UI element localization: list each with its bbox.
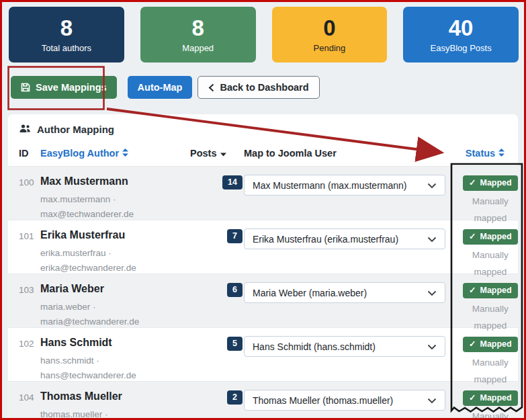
selected-user: Hans Schmidt (hans.schmidt) [253,341,376,352]
map-cell: Maria Weber (maria.weber) [244,283,453,303]
author-name: Max Mustermann [40,175,190,187]
selected-user: Maria Weber (maria.weber) [253,288,367,298]
joomla-user-select[interactable]: Maria Weber (maria.weber) [244,282,445,303]
selected-user: Thomas Mueller (thomas.mueller) [253,395,393,406]
column-header-posts[interactable]: Posts [190,148,244,159]
stat-card-easyblog-posts: 40 EasyBlog Posts [403,7,519,62]
posts-cell: 5 [190,337,244,351]
status-badge: ✓ Mapped [463,229,518,245]
back-to-dashboard-button[interactable]: Back to Dashboard [198,76,319,99]
posts-count-badge: 2 [227,390,243,405]
author-id: 102 [19,337,40,349]
posts-cell: 6 [190,283,244,297]
stat-card-pending: 0 Pending [272,7,388,62]
posts-count-badge: 5 [227,337,243,351]
author-id: 100 [19,175,40,187]
author-username-email: maria.weber · maria@techwanderer.de [40,300,190,329]
joomla-user-select[interactable]: Thomas Mueller (thomas.mueller) [244,390,445,411]
card-title: Author Mapping [8,114,518,141]
check-icon: ✓ [469,393,476,403]
table-row: 104 Thomas Mueller thomas.mueller · thom… [8,381,518,420]
stat-value: 0 [323,16,335,40]
chevron-left-icon [208,83,214,92]
status-note: Manually mapped [466,409,515,420]
author-name: Hans Schmidt [40,337,190,349]
auto-map-button[interactable]: Auto-Map [128,76,193,99]
author-cell: Max Mustermann max.mustermann · max@tech… [40,175,190,222]
map-cell: Thomas Mueller (thomas.mueller) [244,390,453,411]
stat-card-total-authors: 8 Total authors [9,7,124,62]
table-row: 102 Hans Schmidt hans.schmidt · hans@tec… [8,327,518,381]
stat-label: Total authors [42,43,91,53]
author-id: 101 [19,229,40,241]
stat-label: EasyBlog Posts [431,43,492,53]
joomla-user-select[interactable]: Max Mustermann (max.mustermann) [244,175,445,196]
save-mappings-label: Save Mappings [36,82,107,93]
author-id: 104 [19,390,40,403]
author-mapping-card: Author Mapping ID EasyBlog Author Posts … [8,114,518,420]
posts-count-badge: 7 [227,229,243,243]
stats-row: 8 Total authors 8 Mapped 0 Pending 40 Ea… [9,7,519,62]
status-cell: ✓ Mapped Manually mapped [453,229,518,281]
status-cell: ✓ Mapped Manually mapped [453,283,518,335]
status-badge: ✓ Mapped [463,337,518,352]
sort-icon [122,148,128,159]
author-name: Maria Weber [40,283,190,295]
chevron-down-icon [427,341,437,352]
status-note: Manually mapped [466,247,515,281]
map-cell: Erika Musterfrau (erika.musterfrau) [244,229,453,249]
selected-user: Max Mustermann (max.mustermann) [253,180,407,191]
author-username-email: thomas.mueller · thomas@techwanderer.de [40,407,190,420]
selected-user: Erika Musterfrau (erika.musterfrau) [253,234,398,245]
chevron-down-icon [427,180,437,191]
auto-map-label: Auto-Map [138,82,183,93]
chevron-down-icon [427,395,437,406]
status-note: Manually mapped [466,194,515,227]
column-header-map: Map to Joomla User [244,148,453,159]
stat-card-mapped: 8 Mapped [140,7,256,62]
column-header-author[interactable]: EasyBlog Author [40,148,190,159]
stat-value: 8 [60,16,73,40]
author-name: Erika Musterfrau [40,229,190,241]
users-icon [19,124,31,135]
author-id: 103 [19,283,40,295]
map-cell: Hans Schmidt (hans.schmidt) [244,337,453,357]
author-name: Thomas Mueller [40,390,190,403]
author-cell: Thomas Mueller thomas.mueller · thomas@t… [40,390,190,420]
toolbar: Save Mappings Auto-Map Back to Dashboard [11,76,320,99]
posts-cell: 2 [190,390,244,405]
stat-label: Pending [314,43,346,53]
status-cell: ✓ Mapped Manually mapped [453,175,518,227]
column-header-id: ID [19,148,40,159]
joomla-user-select[interactable]: Erika Musterfrau (erika.musterfrau) [244,228,445,249]
joomla-user-select[interactable]: Hans Schmidt (hans.schmidt) [244,336,445,357]
author-cell: Hans Schmidt hans.schmidt · hans@techwan… [40,337,190,383]
back-to-dashboard-label: Back to Dashboard [220,82,308,93]
table-row: 101 Erika Musterfrau erika.musterfrau · … [8,220,518,274]
author-username-email: max.mustermann · max@techwanderer.de [40,192,190,222]
posts-count-badge: 6 [227,283,243,297]
posts-count-badge: 14 [222,175,243,190]
posts-cell: 7 [190,229,244,243]
chevron-down-icon [427,234,437,245]
check-icon: ✓ [469,178,476,188]
status-badge: ✓ Mapped [463,283,518,298]
card-title-text: Author Mapping [37,124,114,135]
status-note: Manually mapped [466,301,515,335]
save-mappings-button[interactable]: Save Mappings [11,76,117,99]
author-mapping-screen: 8 Total authors 8 Mapped 0 Pending 40 Ea… [0,0,526,420]
status-badge: ✓ Mapped [463,390,518,406]
status-badge: ✓ Mapped [463,175,518,191]
author-username-email: erika.musterfrau · erika@techwanderer.de [40,246,190,276]
status-note: Manually mapped [466,355,515,388]
author-cell: Erika Musterfrau erika.musterfrau · erik… [40,229,190,276]
check-icon: ✓ [469,339,476,349]
check-icon: ✓ [469,232,476,242]
sort-icon [498,148,505,159]
table-row: 103 Maria Weber maria.weber · maria@tech… [8,274,518,327]
stat-value: 8 [191,16,204,40]
map-cell: Max Mustermann (max.mustermann) [244,175,453,196]
status-cell: ✓ Mapped Manually mapped [453,337,518,388]
caret-down-icon [220,148,226,159]
column-header-status[interactable]: Status [453,148,507,159]
